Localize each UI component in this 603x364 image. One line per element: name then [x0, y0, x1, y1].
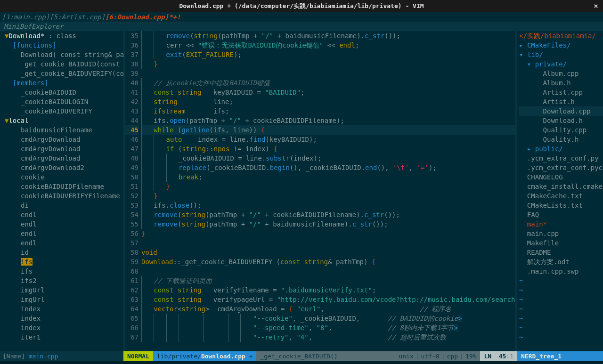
code-line[interactable]: "--speed-time", "8", // 8秒内未下载1字节> [141, 323, 517, 332]
code-line[interactable]: const string keyBAIDUID = "BAIDUID"; [141, 88, 517, 97]
tree-file[interactable]: Quality.cpp [519, 125, 603, 135]
tree-file[interactable]: CHANGELOG [519, 172, 603, 182]
command-line[interactable] [0, 361, 603, 364]
tree-file[interactable]: .ycm_extra_conf.py [519, 154, 603, 163]
tree-file[interactable]: .main.cpp.swp [519, 267, 603, 276]
tree-file[interactable]: main.cpp [519, 229, 603, 238]
tree-file[interactable]: .ycm_extra_conf.pyc [519, 163, 603, 172]
code-line[interactable]: ifs.close(); [141, 201, 517, 210]
code-line[interactable]: auto index = line.find(keyBAIDUID); [141, 135, 517, 144]
code-line[interactable]: Download::_get_cookie_BAIDUVERIFY (const… [141, 257, 517, 267]
tagbar-item[interactable]: index [0, 314, 123, 323]
tree-file[interactable]: Download.h [519, 116, 603, 125]
code-line[interactable]: vector<string> cmdArgvDownload = { "curl… [141, 304, 517, 314]
tagbar-item[interactable]: ifs [0, 257, 123, 267]
tree-file[interactable]: main* [519, 219, 603, 229]
tagbar-item[interactable]: _get_cookie_BAIDUVERIFY(const string [0, 69, 123, 78]
tagbar-item[interactable]: endl [0, 229, 123, 238]
code-line[interactable]: exit(EXIT_FAILURE); [141, 50, 517, 59]
tagbar-item[interactable]: index [0, 323, 123, 332]
tree-file[interactable]: 解决方案.odt [519, 257, 603, 267]
tagbar-item[interactable]: [functions] [0, 40, 123, 50]
code-line[interactable]: } [141, 229, 517, 238]
tree-file[interactable]: CMakeCache.txt [519, 191, 603, 201]
tree-file[interactable]: Album.h [519, 78, 603, 88]
tagbar-item[interactable]: ifs [0, 267, 123, 276]
code-line[interactable]: } [141, 182, 517, 191]
nerdtree-panel[interactable]: </实践/biabiamiamia/▸ CMakeFiles/▾ lib/ ▾ … [517, 31, 603, 351]
tagbar-item[interactable]: cmdArgvDownload [0, 154, 123, 163]
tagbar-item[interactable]: cmdArgvDownload2 [0, 163, 123, 172]
tagbar-item[interactable]: endl [0, 219, 123, 229]
tagbar-item[interactable]: index [0, 304, 123, 314]
code-line[interactable]: // 从cookie文件中提取BAIDUID键值 [141, 78, 517, 88]
code-line[interactable]: string line; [141, 97, 517, 106]
code-line[interactable]: break; [141, 172, 517, 182]
code-editor[interactable]: 3536373839404142434445464748495051525354… [125, 31, 517, 351]
tree-dir[interactable]: ▾ private/ [519, 59, 603, 69]
code-line[interactable]: } [141, 59, 517, 69]
code-line[interactable]: ifs.open(pathTmp + "/" + cookieBAIDUIDFi… [141, 116, 517, 125]
code-line[interactable]: remove(string(pathTmp + "/" + baidumusic… [141, 219, 517, 229]
tree-file[interactable]: Quality.h [519, 135, 603, 144]
tagbar-group-header[interactable]: ▼local [0, 116, 123, 125]
code-line[interactable]: "--retry", "4", // 超时后重试次数 [141, 332, 517, 342]
buffer-tab[interactable]: [6:Download.cpp]*+! [105, 13, 180, 21]
tree-root[interactable]: </实践/biabiamiamia/ [519, 31, 603, 40]
code-line[interactable]: _cookieBAIDUID = line.substr(index); [141, 154, 517, 163]
code-line[interactable] [141, 69, 517, 78]
tagbar-group-header[interactable]: ▼Download* : class [0, 31, 123, 40]
tree-file[interactable]: Makefile [519, 238, 603, 248]
code-line[interactable]: const string verifypageUrl = "http://ver… [141, 295, 517, 304]
code-line[interactable]: "--cookie", _cookieBAIDUID, // BAIDUID的c… [141, 314, 517, 323]
tagbar-item[interactable]: _cookieBAIDUVERIFY [0, 106, 123, 116]
tree-file[interactable]: cmake_install.cmake [519, 182, 603, 191]
tree-file[interactable]: README [519, 248, 603, 257]
tagbar-item[interactable]: cookieBAIDUVERIFYFilename [0, 191, 123, 201]
tagbar-item[interactable]: endl [0, 210, 123, 219]
tree-file[interactable]: Download.cpp [519, 106, 603, 116]
tree-file[interactable]: Album.cpp [519, 69, 603, 78]
tagbar-item[interactable]: iter1 [0, 332, 123, 342]
tagbar-item[interactable]: Download( const string& pathTmp [0, 50, 123, 59]
tagbar-item[interactable]: [members] [0, 78, 123, 88]
code-line[interactable]: const string verifyFilename = ".baidumus… [141, 285, 517, 295]
tree-file[interactable]: Artist.h [519, 97, 603, 106]
code-line[interactable]: ifstream ifs; [141, 106, 517, 116]
tagbar-item[interactable]: _cookieBAIDUID [0, 88, 123, 97]
tagbar-item[interactable]: cookieBAIDUIDFilename [0, 182, 123, 191]
code-line[interactable]: while (getline(ifs, line)) { [141, 125, 517, 135]
tree-file[interactable]: Artist.cpp [519, 88, 603, 97]
buffer-tab[interactable]: [5:Artist.cpp] [49, 13, 105, 21]
tagbar-item[interactable]: di [0, 201, 123, 210]
tagbar-item[interactable]: cookie [0, 172, 123, 182]
tree-dir[interactable]: ▸ public/ [519, 144, 603, 154]
tree-dir[interactable]: ▾ lib/ [519, 50, 603, 59]
code-line[interactable] [141, 267, 517, 276]
tagbar-panel[interactable]: ▼Download* : class [functions]Download( … [0, 31, 123, 351]
code-line[interactable]: if (string::npos != index) { [141, 144, 517, 154]
buffer-tab[interactable]: [1:main.cpp] [2, 13, 49, 21]
tagbar-item[interactable]: id [0, 248, 123, 257]
tagbar-item[interactable]: ifs2 [0, 276, 123, 285]
code-line[interactable]: // 下载验证码页面 [141, 276, 517, 285]
tree-dir[interactable]: ▸ CMakeFiles/ [519, 40, 603, 50]
tagbar-item[interactable]: cmdArgvDownload [0, 144, 123, 154]
tree-file[interactable]: FAQ [519, 210, 603, 219]
tagbar-item[interactable]: cmdArgvDownload [0, 135, 123, 144]
code-line[interactable]: replace(_cookieBAIDUID.begin(), _cookieB… [141, 163, 517, 172]
code-line[interactable]: cerr << "错误：无法获取BAIDUID的cookie键值" << end… [141, 40, 517, 50]
tree-file[interactable]: CMakeLists.txt [519, 201, 603, 210]
tagbar-item[interactable]: _cookieBAIDULOGIN [0, 97, 123, 106]
tagbar-item[interactable]: imgUrl [0, 285, 123, 295]
tagbar-item[interactable]: baidumusicFilename [0, 125, 123, 135]
code-line[interactable]: void [141, 248, 517, 257]
code-line[interactable]: remove(string(pathTmp + "/" + cookieBAID… [141, 210, 517, 219]
source-content[interactable]: remove(string(pathTmp + "/" + baidumusic… [141, 31, 517, 351]
code-line[interactable]: } [141, 191, 517, 201]
close-icon[interactable]: × [594, 1, 598, 11]
tagbar-item[interactable]: _get_cookie_BAIDUID(const string [0, 59, 123, 69]
code-line[interactable]: remove(string(pathTmp + "/" + baidumusic… [141, 31, 517, 40]
code-line[interactable] [141, 238, 517, 248]
tagbar-item[interactable]: endl [0, 238, 123, 248]
